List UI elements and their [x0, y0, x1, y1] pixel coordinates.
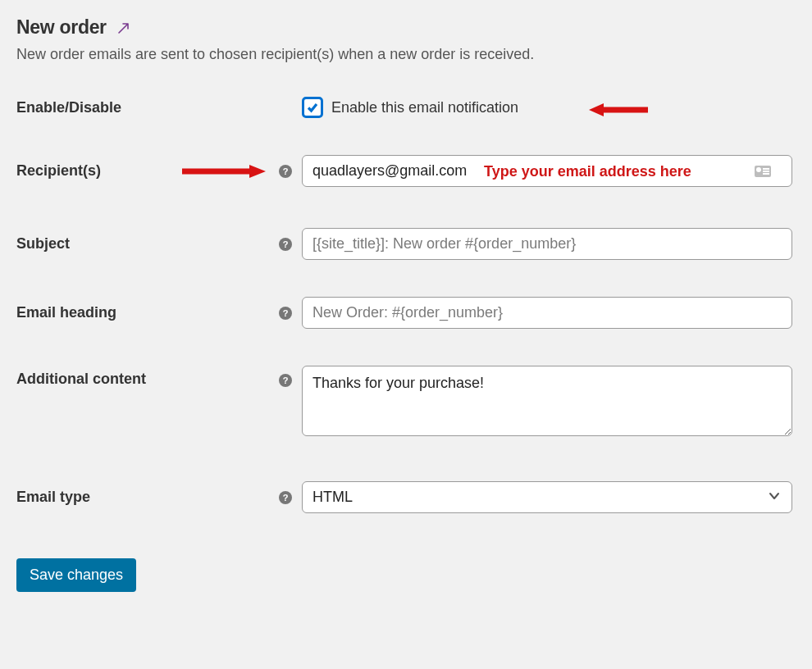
email-heading-input[interactable] — [302, 297, 792, 329]
help-icon[interactable]: ? — [279, 165, 292, 178]
row-additional-content: Additional content ? — [16, 366, 796, 436]
subject-input[interactable] — [302, 228, 792, 260]
row-recipients: Recipient(s) ? Type your email address h… — [16, 155, 796, 187]
save-button[interactable]: Save changes — [16, 558, 136, 592]
enable-label: Enable/Disable — [16, 99, 279, 116]
help-icon[interactable]: ? — [279, 307, 292, 320]
subject-label: Subject — [16, 235, 279, 253]
page-description: New order emails are sent to chosen reci… — [16, 45, 796, 64]
email-type-select[interactable]: HTML — [302, 481, 792, 513]
email-type-label: Email type — [16, 489, 279, 506]
help-icon[interactable]: ? — [279, 374, 292, 387]
help-icon[interactable]: ? — [279, 238, 292, 251]
enable-checkbox[interactable] — [302, 97, 323, 118]
additional-content-label: Additional content — [16, 366, 279, 388]
row-email-type: Email type ? HTML — [16, 481, 796, 513]
back-icon[interactable] — [116, 20, 131, 35]
additional-content-input[interactable] — [302, 366, 792, 436]
recipients-input[interactable] — [302, 155, 792, 187]
row-subject: Subject ? — [16, 228, 796, 260]
recipients-label: Recipient(s) — [16, 162, 279, 180]
page-title: New order — [16, 16, 107, 39]
email-heading-label: Email heading — [16, 304, 279, 321]
row-email-heading: Email heading ? — [16, 297, 796, 329]
help-icon[interactable]: ? — [279, 491, 292, 504]
row-enable: Enable/Disable Enable this email notific… — [16, 97, 796, 118]
enable-checkbox-label: Enable this email notification — [331, 99, 518, 116]
